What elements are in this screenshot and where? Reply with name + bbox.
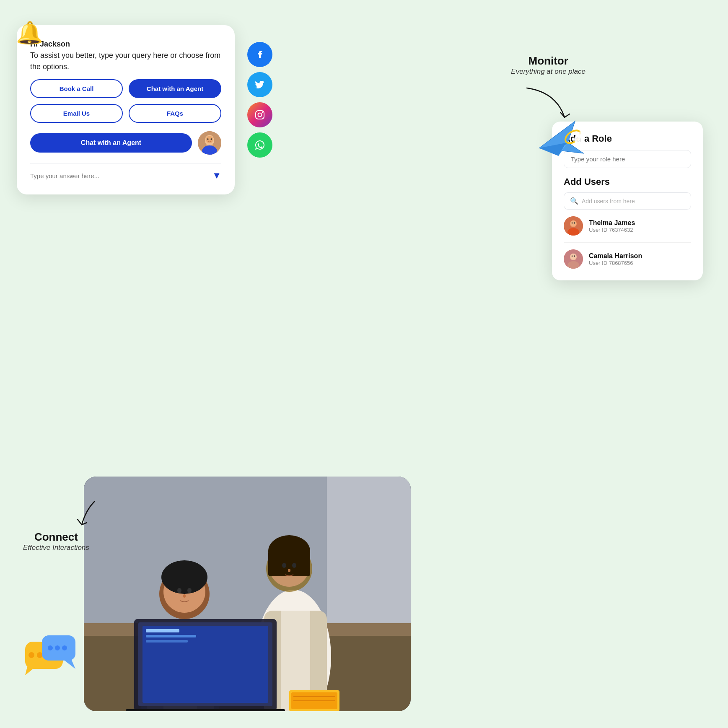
user-name-camala: Camala Harrison (589, 252, 642, 260)
svg-rect-30 (327, 477, 411, 636)
svg-point-14 (574, 222, 575, 224)
email-us-button[interactable]: Email Us (30, 104, 123, 123)
user-item: Camala Harrison User ID 78687656 (564, 249, 691, 269)
svg-point-4 (207, 138, 209, 140)
connect-arrow (69, 497, 103, 531)
chat-widget-card: Hi Jackson To assist you better, type yo… (17, 25, 235, 194)
chat-divider (30, 163, 221, 163)
connect-title: Connect (23, 531, 89, 544)
chat-input-row: ▼ (30, 170, 221, 181)
chat-agent-button-2[interactable]: Chat with an Agent (30, 133, 192, 153)
svg-rect-56 (146, 629, 179, 632)
svg-point-41 (183, 594, 186, 598)
faq-button[interactable]: FAQs (129, 104, 221, 123)
svg-point-70 (48, 645, 53, 650)
chat-bubbles-icon (23, 633, 78, 686)
book-call-button[interactable]: Book a Call (30, 79, 123, 98)
monitor-label: Monitor Everything at one place (511, 54, 586, 76)
svg-point-38 (161, 560, 207, 594)
facebook-icon[interactable] (247, 42, 272, 67)
user-item: Thelma James User ID 76374632 (564, 216, 691, 243)
chat-agent-row: Chat with an Agent (30, 131, 221, 155)
search-icon: 🔍 (570, 197, 578, 205)
monitor-title: Monitor (511, 54, 586, 67)
svg-point-40 (187, 588, 192, 593)
svg-marker-68 (25, 667, 36, 675)
notification-bell-icon: 🔔 (16, 20, 43, 46)
monitor-subtitle: Everything at one place (511, 67, 586, 76)
svg-point-8 (262, 111, 263, 113)
svg-point-19 (572, 255, 573, 257)
instagram-icon[interactable] (247, 102, 272, 127)
svg-point-12 (570, 220, 576, 226)
social-icons-column (247, 42, 272, 158)
user-name-thelma: Thelma James (589, 219, 635, 227)
add-users-title: Add Users (564, 176, 691, 187)
user-info-thelma: Thelma James User ID 76374632 (589, 219, 635, 233)
svg-point-65 (28, 652, 34, 658)
user-avatar-thelma (564, 216, 583, 236)
svg-marker-73 (63, 659, 75, 669)
background-photo (84, 477, 411, 711)
svg-point-3 (206, 136, 213, 143)
connect-label: Connect Effective Interactions (23, 531, 89, 552)
svg-point-51 (292, 563, 296, 568)
user-id-camala: User ID 78687656 (589, 260, 642, 266)
svg-point-18 (570, 254, 576, 259)
user-avatar-camala (564, 249, 583, 269)
chat-agent-button[interactable]: Chat with an Agent (129, 79, 221, 98)
svg-point-39 (177, 588, 181, 593)
user-id-thelma: User ID 76374632 (589, 227, 635, 233)
svg-point-50 (282, 563, 286, 568)
users-search-placeholder: Add users from here (582, 198, 635, 205)
svg-point-72 (62, 645, 67, 650)
whatsapp-icon[interactable] (247, 132, 272, 158)
svg-rect-49 (268, 551, 310, 576)
funnel-icon: ▼ (212, 170, 221, 181)
svg-point-13 (572, 222, 573, 224)
connect-subtitle: Effective Interactions (23, 544, 89, 552)
svg-point-71 (55, 645, 60, 650)
chat-options-grid: Book a Call Chat with an Agent Email Us … (30, 79, 221, 123)
chat-answer-input[interactable] (30, 172, 207, 179)
users-search-row[interactable]: 🔍 Add users from here (564, 192, 691, 210)
svg-rect-57 (146, 635, 196, 637)
twitter-icon[interactable] (247, 72, 272, 97)
svg-point-5 (211, 138, 212, 140)
svg-rect-58 (146, 640, 188, 643)
svg-point-52 (288, 569, 290, 572)
svg-point-66 (37, 652, 43, 658)
chat-greeting: Hi Jackson To assist you better, type yo… (30, 39, 221, 73)
svg-rect-59 (126, 709, 285, 711)
user-info-camala: Camala Harrison User ID 78687656 (589, 252, 642, 266)
svg-point-7 (258, 113, 262, 117)
greeting-text: To assist you better, type your query he… (30, 51, 220, 71)
agent-avatar (198, 131, 221, 155)
svg-point-20 (574, 255, 575, 257)
